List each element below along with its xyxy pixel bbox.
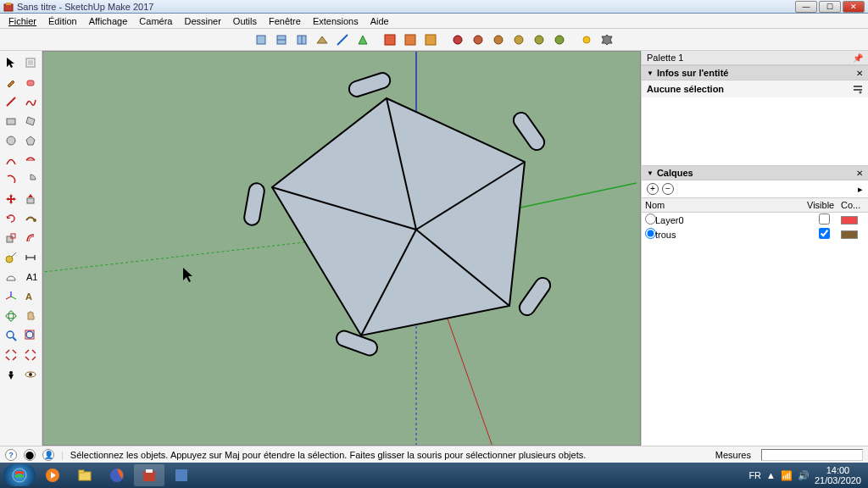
look-around-tool[interactable]	[21, 364, 41, 384]
credits-icon[interactable]: 👤	[42, 449, 54, 461]
svg-rect-71	[854, 89, 862, 91]
tray-clock[interactable]: 14:00 21/03/2020	[815, 465, 861, 485]
close-button[interactable]: ✕	[843, 1, 865, 13]
svg-rect-76	[79, 470, 84, 473]
solid-cube3-icon[interactable]	[292, 30, 311, 49]
tape-tool[interactable]	[2, 247, 21, 267]
layers-header[interactable]: ▼ Calques ✕	[642, 165, 868, 180]
dimension-tool[interactable]	[21, 247, 41, 267]
select-tool[interactable]	[2, 53, 21, 72]
entity-close-icon[interactable]: ✕	[856, 69, 863, 78]
plugin6-icon[interactable]	[489, 30, 508, 49]
solid-face-icon[interactable]	[353, 30, 372, 49]
add-layer-button[interactable]: +	[647, 183, 659, 195]
svg-point-46	[7, 331, 14, 338]
layer-row[interactable]: Layer0	[642, 213, 868, 227]
layer-visible-checkbox[interactable]	[819, 214, 830, 225]
layer-color-swatch[interactable]	[841, 216, 858, 225]
offset-tool[interactable]	[21, 228, 41, 247]
arc2-tool[interactable]	[21, 150, 41, 169]
viewport[interactable]	[42, 51, 641, 446]
info-icon[interactable]: ?	[5, 449, 17, 461]
scale-tool[interactable]	[2, 228, 21, 247]
tray-lang[interactable]: FR	[748, 470, 761, 480]
menu-outils[interactable]: Outils	[228, 15, 262, 27]
rotate-tool[interactable]	[2, 208, 21, 228]
pushpull-tool[interactable]	[21, 189, 41, 208]
polygon-tool[interactable]	[21, 130, 41, 150]
menu-affichage[interactable]: Affichage	[84, 15, 133, 27]
plugin2-icon[interactable]	[401, 30, 420, 49]
layer-visible-checkbox[interactable]	[819, 228, 830, 239]
zoom-extents-tool[interactable]	[21, 325, 41, 345]
previous-view-tool[interactable]	[21, 345, 41, 364]
task-media-icon[interactable]	[37, 464, 68, 486]
rotated-rect-tool[interactable]	[21, 111, 41, 130]
geo-icon[interactable]: ⬤	[24, 449, 36, 461]
entity-info-header[interactable]: ▼ Infos sur l'entité ✕	[642, 65, 868, 80]
freehand-tool[interactable]	[21, 92, 41, 111]
pan-tool[interactable]	[21, 306, 41, 325]
settings-icon[interactable]	[598, 30, 616, 49]
axes-tool[interactable]	[2, 286, 21, 306]
tray-flag-icon[interactable]: ▲	[766, 470, 776, 480]
component-tool[interactable]	[21, 53, 41, 72]
minimize-button[interactable]: —	[795, 1, 817, 13]
plugin9-icon[interactable]	[550, 30, 569, 49]
layer-row[interactable]: trous	[642, 227, 868, 241]
menu-aide[interactable]: Aide	[365, 15, 394, 27]
measure-input[interactable]	[761, 449, 863, 461]
system-tray: FR ▲ 📶 🔊 14:00 21/03/2020	[748, 465, 865, 485]
protractor-tool[interactable]	[2, 267, 21, 286]
palette-pin-icon[interactable]: 📌	[853, 53, 863, 63]
tray-network-icon[interactable]: 📶	[781, 470, 793, 481]
plugin1-icon[interactable]	[381, 30, 399, 49]
3dtext-tool[interactable]: A	[21, 286, 41, 306]
maximize-button[interactable]: ☐	[819, 1, 841, 13]
paint-tool[interactable]	[2, 72, 21, 92]
menu-fichier[interactable]: Fichier	[3, 15, 42, 27]
text-tool[interactable]: A1	[21, 267, 41, 286]
arc3-tool[interactable]	[2, 169, 21, 189]
plugin3-icon[interactable]	[421, 30, 440, 49]
menu-fenetre[interactable]: Fenêtre	[264, 15, 306, 27]
plugin8-icon[interactable]	[530, 30, 548, 49]
layers-menu-icon[interactable]: ▸	[858, 184, 863, 195]
tray-volume-icon[interactable]: 🔊	[798, 470, 810, 481]
sun-icon[interactable]	[577, 30, 596, 49]
arc-tool[interactable]	[2, 150, 21, 169]
plugin7-icon[interactable]	[509, 30, 528, 49]
zoom-window-tool[interactable]	[2, 345, 21, 364]
solid-flat-icon[interactable]	[313, 30, 331, 49]
task-explorer-icon[interactable]	[70, 464, 100, 486]
solid-cube2-icon[interactable]	[272, 30, 291, 49]
menu-edition[interactable]: Édition	[43, 15, 82, 27]
layers-close-icon[interactable]: ✕	[856, 169, 863, 178]
menu-extensions[interactable]: Extensions	[308, 15, 364, 27]
menu-dessiner[interactable]: Dessiner	[179, 15, 225, 27]
layer-color-swatch[interactable]	[841, 230, 858, 239]
position-camera-tool[interactable]	[2, 364, 21, 384]
task-sketchup-icon[interactable]	[134, 464, 164, 486]
plugin5-icon[interactable]	[469, 30, 487, 49]
followme-tool[interactable]	[21, 208, 41, 228]
move-tool[interactable]	[2, 189, 21, 208]
rectangle-tool[interactable]	[2, 111, 21, 130]
task-app-icon[interactable]	[166, 464, 197, 486]
entity-menu-icon[interactable]	[853, 84, 863, 94]
plugin4-icon[interactable]	[448, 30, 467, 49]
eraser-tool[interactable]	[21, 72, 41, 92]
solid-edge-icon[interactable]	[333, 30, 352, 49]
circle-tool[interactable]	[2, 130, 21, 150]
window-title: Sans titre - SketchUp Make 2017	[17, 2, 795, 12]
pie-tool[interactable]	[21, 169, 41, 189]
remove-layer-button[interactable]: −	[662, 183, 674, 195]
task-firefox-icon[interactable]	[102, 464, 132, 486]
line-tool[interactable]	[2, 92, 21, 111]
start-button[interactable]	[3, 464, 36, 486]
menu-camera[interactable]: Caméra	[134, 15, 177, 27]
solid-cube-icon[interactable]	[252, 30, 270, 49]
zoom-tool[interactable]	[2, 325, 21, 345]
svg-point-48	[26, 331, 33, 338]
orbit-tool[interactable]	[2, 306, 21, 325]
